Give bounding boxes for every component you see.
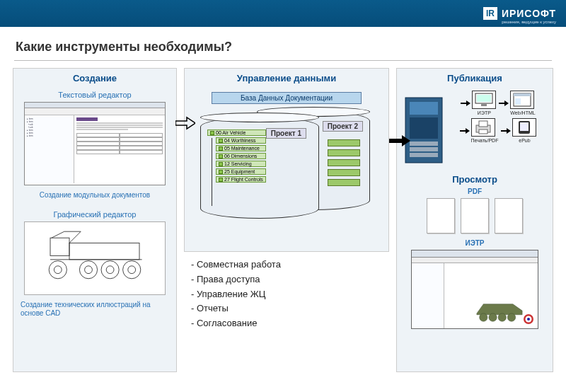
truck-icon	[28, 226, 162, 290]
brand-logo: IR ИРИСОФТ	[483, 7, 556, 20]
column-data-mgmt: Управление данными База Данных Документа…	[184, 68, 389, 252]
divider	[14, 60, 552, 61]
svg-point-10	[106, 265, 114, 273]
svg-point-8	[85, 265, 93, 273]
brand-tagline: решения, ведущие к успеху	[502, 20, 556, 24]
feature-item: - Отчеты	[191, 301, 389, 316]
svg-rect-0	[50, 238, 69, 255]
arrow-icon	[461, 100, 470, 107]
monitor-icon	[474, 92, 494, 108]
column-publication: Публикация ИЭТР	[396, 68, 553, 372]
svg-rect-28	[479, 129, 487, 134]
pdf-thumb	[495, 198, 523, 234]
pdf-thumb	[427, 198, 455, 234]
db-title: База Данных Документации	[212, 92, 362, 104]
svg-rect-24	[514, 93, 531, 96]
page-title: Какие инструменты необходимы?	[0, 27, 566, 60]
features-list: - Совместная работа - Права доступа - Уп…	[191, 258, 389, 331]
output-webhtml: Web/HTML	[510, 91, 535, 115]
svg-rect-30	[520, 122, 529, 131]
svg-point-38	[527, 318, 530, 321]
caption-cad-illustrations: Создание технических иллюстраций на осно…	[13, 299, 176, 320]
caption-modular-docs: Создание модульных документов	[13, 190, 176, 202]
svg-rect-19	[410, 153, 438, 157]
svg-rect-27	[479, 121, 487, 127]
svg-line-4	[69, 231, 81, 243]
svg-rect-16	[410, 117, 438, 139]
ietp-viewer-label: ИЭТР	[397, 239, 553, 247]
svg-point-5	[49, 260, 67, 278]
roundel-icon	[524, 314, 533, 324]
svg-rect-25	[515, 98, 521, 105]
graphic-editor-label: Графический редактор	[13, 210, 176, 219]
svg-point-35	[507, 313, 515, 321]
column-data-mgmt-wrap: Управление данными База Данных Документа…	[184, 68, 389, 372]
feature-item: - Совместная работа	[191, 258, 389, 272]
text-editor-mock: ▸ item▸ item • sub • sub ▸ item▸ item▸ i…	[24, 102, 166, 185]
svg-point-6	[54, 265, 62, 273]
svg-point-12	[128, 265, 136, 273]
output-ietp: ИЭТР	[472, 91, 496, 115]
svg-point-34	[498, 313, 506, 321]
svg-rect-18	[410, 147, 438, 151]
output-epub: ePub	[512, 118, 536, 143]
project-tree: 00 Air Vehicle 04 Worthiness 05 Maintena…	[207, 129, 266, 184]
vehicle-icon	[473, 300, 526, 324]
pdf-label: PDF	[397, 188, 553, 195]
col3-title: Публикация	[397, 69, 553, 88]
printer-icon	[473, 120, 493, 135]
output-print-pdf: Печать/PDF	[471, 118, 499, 143]
svg-marker-31	[477, 304, 522, 315]
ereader-icon	[514, 120, 534, 135]
pdf-thumbnails	[397, 198, 553, 234]
brand-name: ИРИСОФТ	[502, 8, 556, 19]
svg-rect-21	[477, 95, 491, 102]
text-editor-label: Текстовый редактор	[13, 91, 176, 99]
svg-rect-1	[69, 243, 139, 259]
brand-badge: IR	[483, 7, 497, 20]
svg-point-32	[480, 313, 487, 321]
arrow-creation-to-db	[175, 116, 195, 130]
browser-icon	[512, 92, 532, 108]
arrow-db-to-pub	[389, 134, 410, 147]
ietp-browser-mock	[411, 250, 538, 329]
server-icon	[403, 95, 445, 166]
project-1-label: Проект 1	[266, 128, 306, 139]
project-2-label: Проект 2	[323, 121, 363, 132]
col1-title: Создание	[13, 69, 176, 88]
feature-item: - Права доступа	[191, 272, 389, 287]
database-illustration: База Данных Документации Проект 2	[197, 92, 376, 220]
column-creation: Создание Текстовый редактор ▸ item▸ item…	[13, 68, 177, 372]
topbar: IR ИРИСОФТ решения, ведущие к успеху	[0, 0, 566, 27]
viewer-title: Просмотр	[397, 174, 553, 185]
svg-rect-15	[410, 102, 438, 115]
feature-item: - Согласование	[191, 316, 389, 331]
svg-line-2	[52, 231, 64, 238]
svg-point-11	[123, 260, 141, 278]
col2-title: Управление данными	[185, 69, 388, 88]
arrow-icon	[499, 100, 509, 107]
arrow-icon	[501, 127, 511, 134]
columns: Создание Текстовый редактор ▸ item▸ item…	[0, 68, 566, 372]
svg-point-7	[79, 260, 97, 278]
feature-item: - Управление ЖЦ	[191, 287, 389, 302]
graphic-editor-mock	[24, 221, 166, 295]
pdf-thumb	[461, 198, 489, 234]
svg-point-9	[101, 260, 119, 278]
svg-rect-22	[481, 104, 487, 106]
svg-rect-17	[410, 142, 438, 146]
arrow-icon	[460, 127, 470, 134]
svg-point-33	[489, 313, 497, 321]
